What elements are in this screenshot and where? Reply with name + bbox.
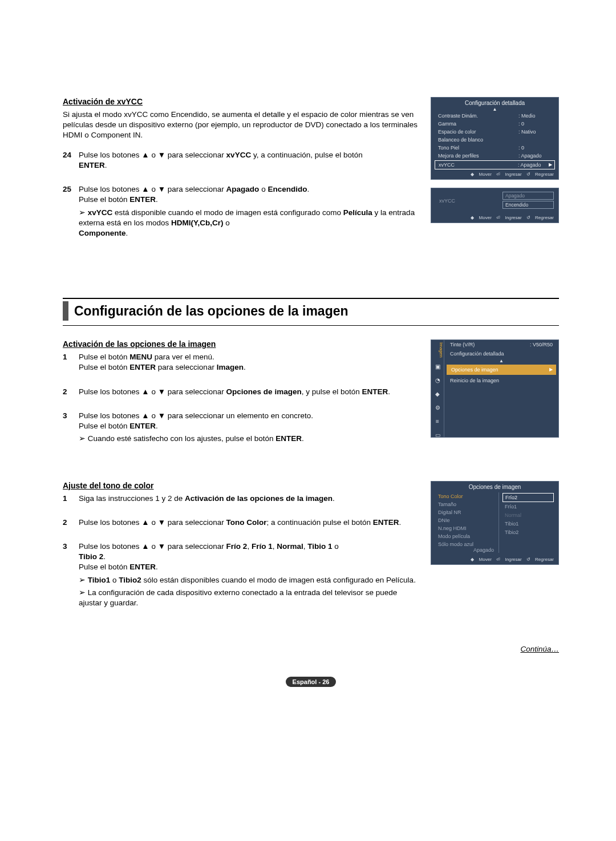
osd-row: Espacio de color: Nativo: [431, 128, 558, 136]
heading-activacion-opciones: Activación de las opciones de la imagen: [63, 339, 419, 349]
osd-opciones-imagen: Opciones de imagen Tono ColorTamañoDigit…: [431, 481, 559, 565]
tab-icon: ≡: [431, 415, 444, 428]
osd-row: Reinicio de la imagen: [444, 376, 558, 385]
osd-config-detallada: Configuración detallada ▲ Contraste Diná…: [431, 97, 559, 180]
osd-option: Frío1: [502, 503, 554, 511]
opt-apagado: Apagado: [502, 192, 554, 200]
osd-option: Tibio2: [502, 528, 554, 536]
tab-icon: ▭: [431, 428, 444, 442]
osd-row: Gamma: 0: [431, 120, 558, 128]
osd-row: Balanceo de blanco: [431, 136, 558, 144]
osd-row-selected: xvYCC : Apagado: [435, 160, 555, 169]
osd-footer: ◆ Mover ⏎ Ingresar ↺ Regresar: [431, 213, 558, 223]
step-3-elemento: 3 Pulse los botones ▲ o ▼ para seleccion…: [63, 411, 419, 444]
section-title: Configuración de las opciones de la imag…: [74, 304, 348, 319]
osd-xvycc-toggle: xvYCC Apagado Encendido ◆ Mover ⏎ Ingres…: [431, 188, 559, 223]
osd-imagen-menu: Imagen ▣ ◔ ◆ ⚙ ≡ ▭ Tinte (V/R): V50/R50 …: [431, 339, 559, 438]
step-2-tono: 2 Pulse los botones ▲ o ▼ para seleccion…: [63, 517, 419, 528]
osd-row-highlight: Opciones de imagen: [447, 365, 556, 375]
osd-footer: ◆ Mover ⏎ Ingresar ↺ Regresar: [431, 555, 558, 564]
continua-label: Continúa…: [63, 645, 559, 653]
step-1-menu: 1 Pulse el botón MENU para ver el menú. …: [63, 352, 419, 373]
tab-icon: ▣: [431, 360, 444, 374]
tab-icon: ◆: [431, 387, 444, 401]
osd-footer: ◆ Mover ⏎ Ingresar ↺ Regresar: [431, 170, 558, 179]
tab-icon: ⚙: [431, 401, 444, 415]
osd-row: Digital NR: [438, 508, 499, 516]
opt-encendido: Encendido: [502, 201, 554, 209]
heading-xvycc: Activación de xvYCC: [63, 97, 419, 106]
osd-side-label: Imagen: [431, 340, 444, 360]
osd-option: Normal: [502, 511, 554, 519]
osd-row: Tinte (V/R): V50/R50: [444, 340, 558, 349]
osd-row: Configuración detallada: [444, 349, 558, 358]
osd-row: Contraste Dinám.: Medio: [431, 112, 558, 120]
osd-row: DNIe: [438, 516, 499, 524]
note-tibio: Tibio1 o Tibio2 sólo están disponibles c…: [79, 575, 419, 585]
step-1-siga: 1 Siga las instrucciones 1 y 2 de Activa…: [63, 494, 419, 504]
intro-xvycc: Si ajusta el modo xvYCC como Encendido, …: [63, 110, 419, 141]
page-footer: Español - 26: [286, 677, 337, 687]
note-dispositivo: La configuración de cada dispositivo ext…: [79, 588, 419, 608]
osd-row: Mejora de perfiles: Apagado: [431, 152, 558, 160]
osd-row: Modo película: [438, 532, 499, 540]
osd-row: Tamaño: [438, 500, 499, 508]
step-24: 24 Pulse los botones ▲ o ▼ para seleccio…: [63, 150, 419, 171]
step-25: 25 Pulse los botones ▲ o ▼ para seleccio…: [63, 184, 419, 238]
osd-row: N.neg HDMI: [438, 524, 499, 532]
osd-row: Sólo modo azulApagado: [438, 540, 499, 548]
up-arrow-icon: ▲: [431, 107, 558, 112]
osd-option: Frío2: [502, 493, 554, 502]
note-xvycc: xvYCC está disponible cuando el modo de …: [79, 208, 419, 239]
heading-tono-color: Ajuste del tono de color: [63, 481, 419, 490]
step-2-opciones: 2 Pulse los botones ▲ o ▼ para seleccion…: [63, 387, 419, 397]
step-3-frio: 3 Pulse los botones ▲ o ▼ para seleccion…: [63, 541, 419, 608]
note-satisfecho: Cuando esté satisfecho con los ajustes, …: [79, 434, 419, 444]
title-bar-icon: [63, 301, 68, 321]
osd-row: Tono Color: [438, 492, 499, 500]
tab-icon: ◔: [431, 374, 444, 387]
osd-row: Tono Piel: 0: [431, 144, 558, 152]
osd-option: Tibio1: [502, 520, 554, 528]
